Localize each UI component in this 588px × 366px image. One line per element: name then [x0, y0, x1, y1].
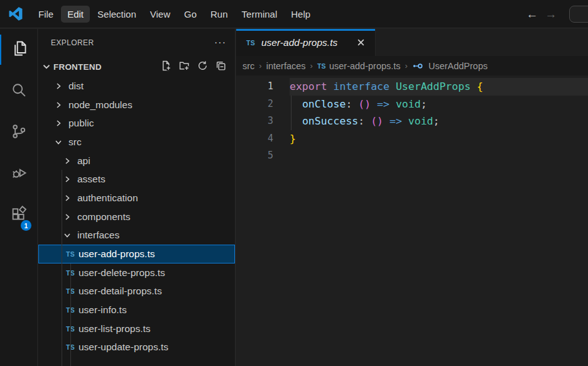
- debug-icon: [10, 164, 28, 184]
- line-content: onSuccess: () => void;: [290, 113, 588, 130]
- breadcrumb-item-user-add-props-ts[interactable]: TSuser-add-props.ts: [317, 61, 401, 71]
- activity-item-extensions[interactable]: 1: [0, 195, 37, 236]
- chevron-right-icon: [62, 174, 75, 184]
- code-line-1: 1export interface UserAddProps {: [236, 78, 588, 96]
- command-center-search-box[interactable]: [569, 6, 588, 23]
- tree-item-label: user-add-props.ts: [79, 248, 155, 260]
- tree-item-authentication[interactable]: authentication: [38, 189, 235, 208]
- line-number: 2: [236, 96, 290, 113]
- search-icon: [10, 81, 28, 101]
- breadcrumb-separator-icon: ›: [310, 61, 313, 70]
- line-content: onClose: () => void;: [290, 96, 588, 113]
- tab-bar: TS user-add-props.ts: [236, 29, 588, 56]
- breadcrumb-label: UserAddProps: [428, 61, 487, 71]
- menu-item-selection[interactable]: Selection: [91, 6, 143, 23]
- new-file-icon[interactable]: [161, 60, 172, 74]
- menu-item-run[interactable]: Run: [204, 6, 234, 23]
- forward-arrow-icon[interactable]: →: [542, 8, 560, 21]
- tab-user-add-props[interactable]: TS user-add-props.ts: [236, 29, 376, 56]
- line-content: export interface UserAddProps {: [290, 78, 588, 96]
- menu-item-file[interactable]: File: [32, 6, 60, 23]
- more-actions-icon[interactable]: ···: [214, 37, 226, 48]
- breadcrumb-separator-icon: ›: [405, 61, 408, 70]
- activity-bar: 1: [0, 29, 38, 366]
- back-arrow-icon[interactable]: ←: [523, 8, 542, 21]
- menu-item-terminal[interactable]: Terminal: [236, 6, 284, 23]
- chevron-right-icon: [62, 193, 75, 203]
- ts-file-icon: TS: [246, 39, 261, 47]
- vscode-window: FileEditSelectionViewGoRunTerminalHelp ←…: [0, 0, 588, 366]
- editor-group: TS user-add-props.ts src›interfaces›TSus…: [236, 29, 588, 366]
- ts-file-icon: TS: [317, 62, 326, 70]
- chevron-right-icon: [62, 212, 75, 222]
- ts-file-icon: TS: [66, 287, 79, 295]
- workspace-name: FRONTEND: [53, 62, 161, 72]
- tree-item-interfaces[interactable]: interfaces: [38, 226, 235, 245]
- line-number: 3: [236, 113, 290, 130]
- menu-item-go[interactable]: Go: [178, 6, 203, 23]
- tree-item-assets[interactable]: assets: [38, 170, 235, 189]
- workspace-section-header[interactable]: FRONTEND: [38, 57, 235, 77]
- menu-item-view[interactable]: View: [144, 6, 177, 23]
- new-folder-icon[interactable]: [179, 60, 190, 74]
- tree-item-components[interactable]: components: [38, 208, 235, 226]
- breadcrumb-item-interfaces[interactable]: interfaces: [266, 61, 306, 71]
- code-editor[interactable]: 1export interface UserAddProps {2 onClos…: [236, 75, 588, 165]
- collapse-all-icon[interactable]: [215, 60, 226, 74]
- line-content: [290, 147, 588, 165]
- line-number: 4: [236, 130, 290, 148]
- tree-item-label: public: [68, 118, 94, 129]
- ts-file-icon: TS: [66, 306, 79, 314]
- tree-item-user-list-props-ts[interactable]: TSuser-list-props.ts: [38, 319, 235, 338]
- breadcrumb-item-src[interactable]: src: [242, 61, 254, 71]
- breadcrumb-label: src: [242, 61, 254, 71]
- explorer-sidebar: EXPLORER ··· FRONTEND distnode_modulespu…: [38, 29, 236, 366]
- tree-item-label: node_modules: [68, 99, 133, 111]
- chevron-right-icon: [53, 118, 66, 128]
- symbol-interface-icon: [412, 60, 426, 72]
- tree-item-api[interactable]: api: [38, 152, 235, 170]
- tree-indent-guide: [70, 263, 71, 366]
- tree-item-dist[interactable]: dist: [38, 77, 235, 96]
- explorer-header: EXPLORER ···: [38, 29, 235, 57]
- tree-item-label: user-delete-props.ts: [79, 267, 165, 279]
- code-line-2: 2 onClose: () => void;: [236, 96, 588, 113]
- breadcrumb: src›interfaces›TSuser-add-props.ts›UserA…: [236, 56, 588, 75]
- tree-item-public[interactable]: public: [38, 114, 235, 133]
- close-icon[interactable]: [354, 36, 368, 50]
- chevron-right-icon: [53, 81, 66, 91]
- ts-file-icon: TS: [66, 250, 79, 258]
- menu-bar: FileEditSelectionViewGoRunTerminalHelp: [31, 6, 317, 23]
- tree-item-label: user-info.ts: [79, 304, 127, 316]
- activity-item-explorer[interactable]: [0, 29, 37, 70]
- indent-guide: [291, 96, 291, 130]
- explorer-actions: [161, 60, 226, 74]
- tree-item-label: user-list-props.ts: [79, 323, 151, 335]
- ts-file-icon: TS: [66, 343, 79, 351]
- tree-item-user-info-ts[interactable]: TSuser-info.ts: [38, 301, 235, 319]
- menu-item-help[interactable]: Help: [285, 6, 317, 23]
- tree-item-label: authentication: [77, 192, 138, 204]
- tree-item-user-update-props-ts[interactable]: TSuser-update-props.ts: [38, 338, 235, 357]
- activity-item-search[interactable]: [0, 70, 37, 112]
- line-number: 5: [236, 147, 290, 165]
- menu-item-edit[interactable]: Edit: [61, 6, 90, 23]
- tree-item-label: api: [77, 155, 90, 167]
- chevron-down-icon: [53, 137, 66, 147]
- activity-item-run-and-debug[interactable]: [0, 153, 37, 195]
- tree-item-node-modules[interactable]: node_modules: [38, 96, 235, 114]
- tree-item-src[interactable]: src: [38, 133, 235, 152]
- tree-item-user-delete-props-ts[interactable]: TSuser-delete-props.ts: [38, 263, 235, 282]
- tab-label: user-add-props.ts: [261, 37, 354, 48]
- tree-item-label: user-detail-props.ts: [79, 286, 162, 297]
- tree-item-label: dist: [68, 80, 84, 92]
- tree-item-user-add-props-ts[interactable]: TSuser-add-props.ts: [38, 245, 235, 263]
- title-bar-right: ← →: [523, 0, 588, 28]
- code-line-5: 5: [236, 147, 588, 165]
- activity-item-source-control[interactable]: [0, 112, 37, 153]
- tree-indent-guide: [62, 170, 62, 366]
- tree-item-user-detail-props-ts[interactable]: TSuser-detail-props.ts: [38, 282, 235, 301]
- refresh-icon[interactable]: [197, 60, 208, 74]
- breadcrumb-item-useraddprops[interactable]: UserAddProps: [412, 60, 487, 72]
- vscode-logo-icon: [9, 7, 23, 21]
